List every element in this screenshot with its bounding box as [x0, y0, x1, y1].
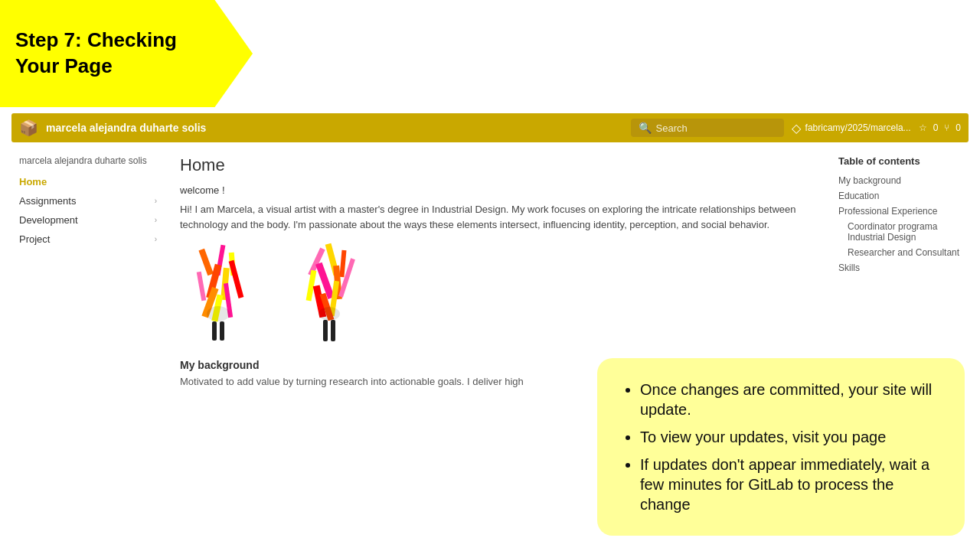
chevron-right-icon: › [155, 235, 157, 243]
intro-text: Hi! I am Marcela, a visual artist with a… [180, 202, 815, 232]
sidebar-item-assignments[interactable]: Assignments › [19, 191, 157, 210]
tooltip-item-3: If updates don't appear immediately, wai… [640, 455, 940, 514]
toc-subitem-coordinator[interactable]: Coordinator programa Industrial Design [838, 219, 961, 245]
svg-point-10 [207, 306, 230, 321]
tooltip-item-1: Once changes are committed, your site wi… [640, 380, 940, 419]
gitlab-logo-icon: 📦 [19, 119, 38, 137]
sidebar: marcela alejandra duharte solis Home Ass… [11, 152, 165, 543]
repo-name: fabricamy/2025/marcela... [805, 122, 911, 133]
repo-stats: ☆ 0 ⑂ 0 [919, 122, 961, 133]
toc-item-background[interactable]: My background [838, 173, 961, 188]
search-bar[interactable]: 🔍 Search [631, 119, 784, 137]
figure-image-2 [287, 241, 379, 348]
svg-rect-25 [331, 320, 335, 341]
svg-rect-15 [339, 250, 346, 277]
fork-icon: ⑂ [944, 122, 949, 133]
sidebar-item-home[interactable]: Home [19, 172, 157, 191]
gitlab-header-title: marcela alejandra duharte solis [46, 122, 623, 134]
repo-icon: ◇ [792, 121, 801, 135]
sidebar-assignments-label: Assignments [19, 195, 76, 207]
chevron-right-icon: › [155, 197, 157, 205]
star-icon: ☆ [919, 122, 927, 133]
tooltip-overlay: Once changes are committed, your site wi… [597, 358, 965, 536]
sidebar-home-label: Home [19, 176, 47, 187]
svg-rect-24 [323, 320, 328, 341]
svg-rect-4 [197, 272, 207, 301]
repo-info: ◇ fabricamy/2025/marcela... [792, 121, 911, 135]
fork-count: 0 [956, 122, 961, 133]
toc-item-professional[interactable]: Professional Experience [838, 204, 961, 219]
sidebar-project-label: Project [19, 233, 50, 245]
sidebar-item-development[interactable]: Development › [19, 210, 157, 230]
toc-item-skills[interactable]: Skills [838, 260, 961, 276]
toc-subitem-researcher[interactable]: Researcher and Consultant [838, 245, 961, 260]
sidebar-development-label: Development [19, 214, 78, 226]
page-title: Home [180, 155, 815, 175]
toc-title: Table of contents [838, 155, 961, 167]
welcome-text: welcome ! [180, 184, 815, 196]
step-banner: Step 7: Checking Your Page [0, 0, 253, 107]
tooltip-list: Once changes are committed, your site wi… [622, 380, 940, 514]
figure-image-1 [180, 241, 272, 348]
svg-rect-12 [220, 321, 224, 341]
search-icon: 🔍 [639, 122, 652, 134]
toc-item-education[interactable]: Education [838, 188, 961, 204]
star-count: 0 [933, 122, 939, 133]
tooltip-item-2: To view your updates, visit you page [640, 427, 940, 447]
gitlab-header: 📦 marcela alejandra duharte solis 🔍 Sear… [11, 113, 969, 142]
sidebar-item-project[interactable]: Project › [19, 230, 157, 249]
search-label: Search [656, 122, 688, 134]
images-row [180, 241, 815, 348]
sidebar-username: marcela alejandra duharte solis [19, 155, 157, 166]
svg-rect-17 [306, 270, 317, 302]
svg-rect-11 [212, 321, 217, 341]
step-banner-text: Step 7: Checking Your Page [15, 28, 207, 80]
svg-rect-6 [229, 260, 244, 298]
chevron-right-icon: › [155, 216, 157, 224]
svg-point-23 [318, 307, 340, 321]
